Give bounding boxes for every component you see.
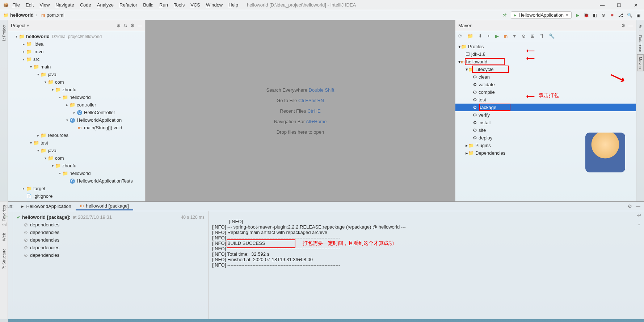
- maven-settings2-icon[interactable]: 🔧: [549, 33, 555, 39]
- run-dep[interactable]: ⊘dependencies: [17, 229, 205, 236]
- soft-wrap-icon[interactable]: ↩: [637, 213, 641, 218]
- run-dep[interactable]: ⊘dependencies: [17, 221, 205, 229]
- tree-item[interactable]: ▾📁helloworld: [8, 170, 145, 177]
- project-pane-title[interactable]: Project: [11, 23, 25, 28]
- close-button[interactable]: ✕: [627, 0, 644, 10]
- tree-item[interactable]: ▸📁resources: [8, 131, 145, 139]
- run-button[interactable]: ▶: [574, 12, 580, 18]
- maven-tree[interactable]: ▾📁Profiles☐jdk-1.8▾mhelloworld▾📁Lifecycl…: [455, 41, 636, 201]
- run-dep[interactable]: ⊘dependencies: [17, 236, 205, 244]
- run-maven-icon[interactable]: ▶: [495, 33, 499, 39]
- run-dep[interactable]: ⊘dependencies: [17, 244, 205, 251]
- run-tab-app[interactable]: ▸HelloworldApplication: [17, 203, 75, 210]
- skip-tests-icon[interactable]: ⊘: [522, 33, 526, 39]
- locate-icon[interactable]: ⊕: [117, 23, 121, 28]
- run-dep[interactable]: ⊘dependencies: [17, 251, 205, 259]
- settings-icon[interactable]: ⚙: [130, 23, 135, 28]
- editor-hint: Recent Files Ctrl+E: [280, 108, 320, 114]
- tree-item[interactable]: ▾📁helloworld: [8, 93, 145, 101]
- minimize-button[interactable]: ―: [594, 0, 611, 10]
- menu-run[interactable]: Run: [156, 1, 171, 8]
- tree-item[interactable]: ▾📁zhoufu: [8, 86, 145, 93]
- run-hide-icon[interactable]: ―: [636, 204, 640, 209]
- ant-tool-tab[interactable]: Ant: [637, 22, 643, 33]
- search-button[interactable]: 🔍: [627, 12, 632, 18]
- menu-vcs[interactable]: VCS: [188, 1, 203, 8]
- scroll-end-icon[interactable]: ⤓: [637, 221, 641, 226]
- run-config-selector[interactable]: ▸ HelloworldApplication ▾: [511, 11, 572, 19]
- menu-build[interactable]: Build: [140, 1, 156, 8]
- reimport-icon[interactable]: ⟳: [458, 33, 462, 39]
- menu-analyze[interactable]: Analyze: [94, 1, 117, 8]
- git-button[interactable]: ⎇: [618, 12, 624, 18]
- maven-settings-icon[interactable]: ⚙: [621, 23, 626, 28]
- run-tree[interactable]: ✔ helloworld [package]: at 2020/7/18 19:…: [13, 211, 209, 319]
- project-tree[interactable]: ▾📁helloworldD:\idea_project\helloworld▸📁…: [8, 31, 145, 201]
- maven-item-package[interactable]: ⚙package: [455, 104, 636, 111]
- build-icon[interactable]: ⚒: [502, 12, 508, 18]
- console-output[interactable]: [INFO] [INFO] --- spring-boot-maven-plug…: [209, 211, 644, 319]
- menu-code[interactable]: Code: [77, 1, 94, 8]
- tree-item[interactable]: ▾CHelloworldApplication: [8, 116, 145, 124]
- tree-item[interactable]: ▾📁com: [8, 78, 145, 86]
- add-icon[interactable]: +: [487, 33, 490, 39]
- tree-item[interactable]: ▸📁.mvn: [8, 48, 145, 55]
- tree-item[interactable]: 📄.gitignore: [8, 192, 145, 200]
- run-settings-icon[interactable]: ⚙: [628, 204, 632, 209]
- maximize-button[interactable]: ☐: [611, 0, 627, 10]
- tree-item[interactable]: ▸📁target: [8, 185, 145, 192]
- download-icon[interactable]: ⬇: [478, 33, 482, 39]
- maven-item-verify[interactable]: ⚙verify: [455, 111, 636, 119]
- tree-item[interactable]: ▾📁zhoufu: [8, 162, 145, 170]
- tree-item[interactable]: mmain(String[]):void: [8, 124, 145, 131]
- tree-item[interactable]: ▾📁helloworldD:\idea_project\helloworld: [8, 33, 145, 40]
- favorites-tool-tab[interactable]: 2: Favorites: [1, 201, 7, 229]
- stop-button[interactable]: ■: [609, 12, 615, 18]
- web-tool-tab[interactable]: Web: [1, 229, 7, 244]
- tree-item[interactable]: ▸📁.idea: [8, 40, 145, 48]
- settings-button[interactable]: ▣: [635, 12, 641, 18]
- tree-item[interactable]: 📄helloworld.iml: [8, 200, 145, 201]
- tree-item[interactable]: CHelloworldApplicationTests: [8, 177, 145, 185]
- maven-item-jdk-1.8[interactable]: ☐jdk-1.8: [455, 50, 636, 58]
- maven-item-validate[interactable]: ⚙validate: [455, 81, 636, 88]
- project-tool-tab[interactable]: 1: Project: [1, 22, 7, 43]
- menu-tools[interactable]: Tools: [171, 1, 188, 8]
- maven-item-profiles[interactable]: ▾📁Profiles: [455, 43, 636, 50]
- maven-item-helloworld[interactable]: ▾mhelloworld: [455, 58, 636, 66]
- coverage-button[interactable]: ◧: [592, 12, 598, 18]
- hide-icon[interactable]: ―: [138, 23, 142, 28]
- maven-hide-icon[interactable]: ―: [628, 23, 633, 28]
- database-tool-tab[interactable]: Database: [637, 33, 643, 54]
- tree-item[interactable]: ▾📁main: [8, 63, 145, 71]
- menu-refactor[interactable]: Refactor: [117, 1, 140, 8]
- tree-item[interactable]: ▸CHelloController: [8, 109, 145, 116]
- generate-sources-icon[interactable]: 📁: [467, 33, 473, 39]
- tree-item[interactable]: ▸📁controller: [8, 101, 145, 109]
- tree-item[interactable]: ▾📁java: [8, 147, 145, 154]
- menu-edit[interactable]: Edit: [23, 1, 37, 8]
- toggle-offline-icon[interactable]: ⥾: [513, 33, 517, 39]
- menu-navigate[interactable]: Navigate: [52, 1, 77, 8]
- menu-window[interactable]: Window: [203, 1, 226, 8]
- breadcrumb-file[interactable]: pom.xml: [47, 12, 64, 18]
- run-tab-package[interactable]: mhelloworld [package]: [76, 202, 133, 210]
- show-deps-icon[interactable]: ⊞: [531, 33, 535, 39]
- collapse-icon[interactable]: ⇆: [123, 23, 127, 28]
- maven-item-install[interactable]: ⚙install: [455, 119, 636, 126]
- menu-view[interactable]: View: [37, 1, 52, 8]
- breadcrumb-project[interactable]: helloworld: [10, 12, 34, 18]
- tree-item[interactable]: ▾📁test: [8, 139, 145, 147]
- structure-tool-tab[interactable]: 7: Structure: [1, 245, 7, 273]
- collapse-all-icon[interactable]: ⇈: [540, 33, 544, 39]
- maven-m-icon[interactable]: m: [504, 34, 508, 39]
- tree-item[interactable]: ▾📁com: [8, 154, 145, 162]
- debug-button[interactable]: 🐞: [583, 12, 589, 18]
- maven-item-lifecycle[interactable]: ▾📁Lifecycle: [455, 66, 636, 73]
- menu-file[interactable]: File: [9, 1, 23, 8]
- maven-tool-tab[interactable]: Maven: [637, 54, 644, 71]
- menu-help[interactable]: Help: [226, 1, 241, 8]
- tree-item[interactable]: ▾📁java: [8, 71, 145, 78]
- tree-item[interactable]: ▾📁src: [8, 55, 145, 63]
- profile-button[interactable]: ⊙: [601, 12, 606, 18]
